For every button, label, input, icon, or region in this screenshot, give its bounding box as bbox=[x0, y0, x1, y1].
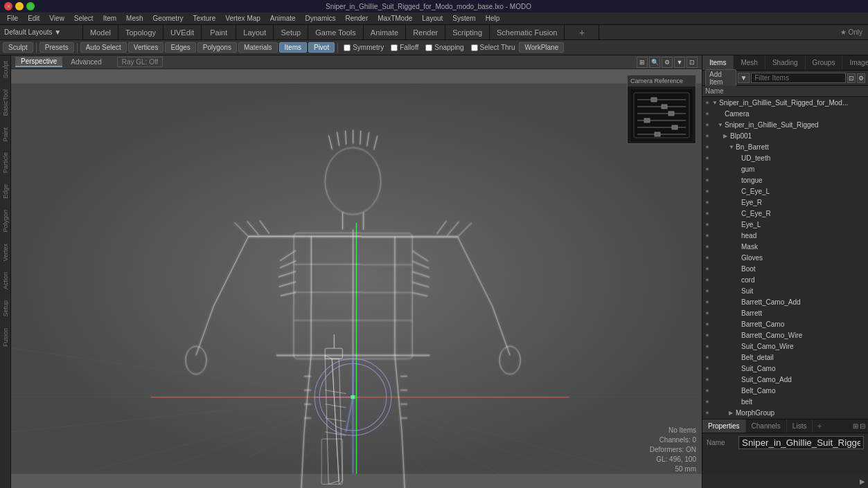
tab-advanced[interactable]: Advanced bbox=[65, 57, 107, 66]
menu-dynamics[interactable]: Dynamics bbox=[301, 14, 340, 23]
tab-items[interactable]: Items bbox=[702, 55, 734, 70]
tab-groups[interactable]: Groups bbox=[806, 55, 843, 70]
menu-help[interactable]: Help bbox=[481, 14, 504, 23]
tree-item-gloves[interactable]: ●Gloves bbox=[702, 252, 868, 263]
vp-icon-2[interactable]: 🔍 bbox=[649, 57, 660, 68]
menu-geometry[interactable]: Geometry bbox=[149, 14, 188, 23]
tab-images[interactable]: Images bbox=[842, 55, 868, 70]
selectthru-check[interactable]: Select Thru bbox=[468, 44, 518, 51]
tree-item-suit_camo_wire[interactable]: ●Suit_Camo_Wire bbox=[702, 341, 868, 352]
eye-icon-belt[interactable]: ● bbox=[702, 398, 712, 405]
pivot-button[interactable]: Pivot bbox=[308, 42, 335, 53]
eye-icon-suit_camo[interactable]: ● bbox=[702, 365, 712, 372]
tree-item-gum[interactable]: ●gum bbox=[702, 163, 868, 174]
tab-schematic[interactable]: Schematic Fusion bbox=[490, 25, 565, 39]
tab-paint[interactable]: Paint bbox=[202, 25, 236, 39]
minimize-button[interactable]: ─ bbox=[15, 2, 24, 10]
tree-item-suit_camo_add[interactable]: ●Suit_Camo_Add bbox=[702, 374, 868, 385]
tree-item-blp001_1[interactable]: ●▶Blp001 bbox=[702, 130, 868, 141]
eye-icon-suit[interactable]: ● bbox=[702, 287, 712, 294]
menu-view[interactable]: View bbox=[45, 14, 69, 23]
tree-item-belt_camo[interactable]: ●Belt_Camo bbox=[702, 385, 868, 396]
eye-icon-barrett_camo[interactable]: ● bbox=[702, 320, 712, 327]
items-button[interactable]: Items bbox=[279, 42, 307, 53]
eye-icon-barrett[interactable]: ● bbox=[702, 309, 712, 316]
vp-icon-3[interactable]: ⚙ bbox=[662, 57, 673, 68]
vp-icon-expand[interactable]: ⊡ bbox=[687, 57, 698, 68]
snapping-check[interactable]: Snapping bbox=[423, 44, 466, 51]
add-item-button[interactable]: Add Item bbox=[705, 69, 736, 87]
tree-item-tongue[interactable]: ●tongue bbox=[702, 174, 868, 186]
tree-item-cord[interactable]: ●cord bbox=[702, 274, 868, 285]
eye-icon-suit_camo_add[interactable]: ● bbox=[702, 376, 712, 383]
eye-icon-c_eye_l[interactable]: ● bbox=[702, 188, 712, 195]
arrow-root[interactable]: ▼ bbox=[712, 100, 719, 106]
tab-channels[interactable]: Channels bbox=[746, 419, 787, 433]
tab-render[interactable]: Render bbox=[406, 25, 445, 39]
prop-shrink[interactable]: ⊟ bbox=[860, 422, 865, 430]
tree-item-eye_l[interactable]: ●Eye_L bbox=[702, 219, 868, 230]
tree-item-suit[interactable]: ●Suit bbox=[702, 285, 868, 296]
viewport-canvas[interactable]: Camera Reference bbox=[11, 69, 702, 488]
tab-model[interactable]: Model bbox=[83, 25, 118, 39]
maximize-button[interactable]: □ bbox=[26, 2, 35, 10]
sidebar-edge[interactable]: Edge bbox=[1, 179, 10, 204]
add-tab-button[interactable]: + bbox=[565, 25, 599, 39]
tab-animate[interactable]: Animate bbox=[364, 25, 406, 39]
tab-shading[interactable]: Shading bbox=[765, 55, 806, 70]
filter-icon[interactable]: ⊡ bbox=[847, 73, 856, 83]
vertices-button[interactable]: Vertices bbox=[128, 42, 164, 53]
tab-mesh[interactable]: Mesh bbox=[734, 55, 765, 70]
tab-setup[interactable]: Setup bbox=[274, 25, 308, 39]
presets-button[interactable]: Presets bbox=[39, 42, 74, 53]
tree-item-bn_barrett[interactable]: ●▼Bn_Barrett bbox=[702, 141, 868, 152]
menu-vertexmap[interactable]: Vertex Map bbox=[221, 14, 265, 23]
symmetry-checkbox[interactable] bbox=[344, 44, 351, 51]
eye-icon-mask[interactable]: ● bbox=[702, 243, 712, 250]
falloff-check[interactable]: Falloff bbox=[388, 44, 421, 51]
name-prop-value[interactable] bbox=[738, 436, 864, 449]
prop-expand[interactable]: ⊞ bbox=[853, 422, 858, 430]
materials-button[interactable]: Materials bbox=[238, 42, 278, 53]
tree-item-belt_detail[interactable]: ●Belt_detail bbox=[702, 352, 868, 363]
raygl-toggle[interactable]: Ray GL: Off bbox=[117, 57, 163, 67]
sidebar-setup[interactable]: Setup bbox=[1, 295, 10, 323]
snapping-checkbox[interactable] bbox=[425, 44, 432, 51]
eye-icon-root[interactable]: ● bbox=[702, 99, 712, 106]
selectthru-checkbox[interactable] bbox=[471, 44, 478, 51]
edges-button[interactable]: Edges bbox=[165, 42, 195, 53]
tree-item-barrett[interactable]: ●Barrett bbox=[702, 307, 868, 318]
sidebar-fusion[interactable]: Fusion bbox=[1, 323, 10, 352]
polygons-button[interactable]: Polygons bbox=[197, 42, 237, 53]
tab-uvedit[interactable]: UVEdit bbox=[163, 25, 202, 39]
eye-icon-morphgroup[interactable]: ● bbox=[702, 409, 712, 416]
tree-item-c_eye_l[interactable]: ●C_Eye_L bbox=[702, 186, 868, 197]
tree-item-barrett_camo[interactable]: ●Barrett_Camo bbox=[702, 318, 868, 329]
sidebar-polygon[interactable]: Polygon bbox=[1, 204, 10, 238]
tree-item-camera[interactable]: ●Camera bbox=[702, 108, 868, 119]
workplane-button[interactable]: WorkPlane bbox=[519, 42, 564, 53]
menu-file[interactable]: File bbox=[3, 14, 22, 23]
arrow-blp001_1[interactable]: ▶ bbox=[723, 133, 730, 139]
menu-system[interactable]: System bbox=[448, 14, 479, 23]
menu-render[interactable]: Render bbox=[341, 14, 372, 23]
layout-dropdown[interactable]: Default Layouts ▼ bbox=[4, 28, 61, 36]
prop-arrow-right[interactable]: ▶ bbox=[860, 478, 865, 485]
sidebar-basic[interactable]: BasicTool bbox=[1, 84, 10, 122]
menu-item[interactable]: Item bbox=[99, 14, 121, 23]
eye-icon-boot[interactable]: ● bbox=[702, 265, 712, 272]
tree-item-root[interactable]: ●▼Sniper_in_Ghillie_Suit_Rigged_for_Mod.… bbox=[702, 97, 868, 108]
filter-items-input[interactable] bbox=[751, 73, 846, 83]
eye-icon-gum[interactable]: ● bbox=[702, 165, 712, 172]
sculpt-button[interactable]: Sculpt bbox=[3, 42, 33, 53]
close-button[interactable]: ✕ bbox=[4, 2, 12, 10]
arrow-bn_barrett[interactable]: ▼ bbox=[729, 144, 736, 150]
add-prop-tab[interactable]: + bbox=[813, 419, 826, 433]
sidebar-vertex[interactable]: Vertex bbox=[1, 238, 10, 267]
arrow-morphgroup[interactable]: ▶ bbox=[729, 410, 736, 416]
vp-icon-4[interactable]: ▼ bbox=[674, 57, 685, 68]
tree-item-boot[interactable]: ●Boot bbox=[702, 263, 868, 274]
items-settings-icon[interactable]: ⚙ bbox=[857, 73, 865, 83]
sidebar-sculpt[interactable]: Sculpt bbox=[1, 55, 10, 84]
menu-animate[interactable]: Animate bbox=[266, 14, 300, 23]
